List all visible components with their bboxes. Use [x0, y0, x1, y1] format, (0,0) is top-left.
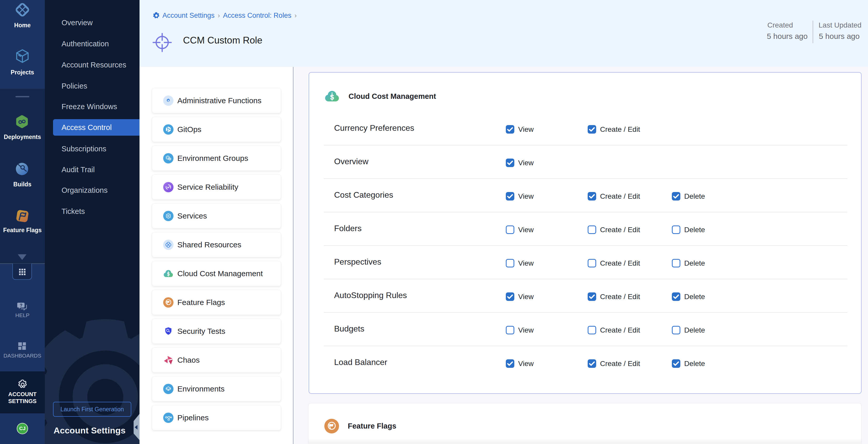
svg-text:?: ?: [20, 303, 22, 308]
svg-text:$: $: [330, 93, 334, 101]
svg-text:$: $: [167, 272, 169, 277]
